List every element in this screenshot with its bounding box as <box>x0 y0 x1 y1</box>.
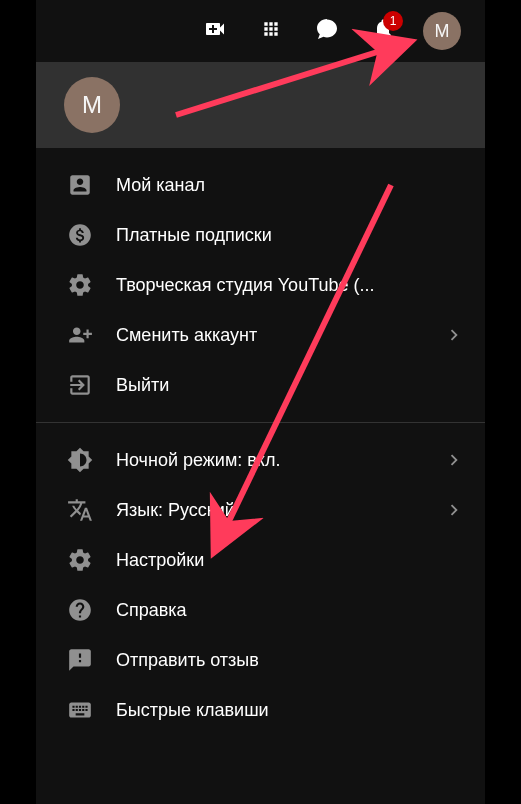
menu-label: Настройки <box>116 550 465 571</box>
menu-switch-account[interactable]: Сменить аккаунт <box>36 310 485 360</box>
menu-label: Выйти <box>116 375 465 396</box>
feedback-icon <box>66 646 94 674</box>
gear-icon <box>66 271 94 299</box>
menu-paid-subscriptions[interactable]: Платные подписки <box>36 210 485 260</box>
menu-shortcuts[interactable]: Быстрые клавиши <box>36 685 485 735</box>
chevron-right-icon <box>443 449 465 471</box>
menu-label: Быстрые клавиши <box>116 700 465 721</box>
menu-label: Платные подписки <box>116 225 465 246</box>
menu-youtube-studio[interactable]: Творческая студия YouTube (... <box>36 260 485 310</box>
menu-label: Язык: Русский <box>116 500 421 521</box>
menu-feedback[interactable]: Отправить отзыв <box>36 635 485 685</box>
apps-grid-icon <box>261 19 281 43</box>
chat-bubble-icon <box>315 17 339 45</box>
keyboard-icon <box>66 696 94 724</box>
create-video-button[interactable] <box>193 9 237 53</box>
messages-button[interactable] <box>305 9 349 53</box>
account-box-icon <box>66 171 94 199</box>
people-switch-icon <box>66 321 94 349</box>
menu-settings[interactable]: Настройки <box>36 535 485 585</box>
gear-icon <box>66 546 94 574</box>
menu-sign-out[interactable]: Выйти <box>36 360 485 410</box>
chevron-right-icon <box>443 499 465 521</box>
chevron-right-icon <box>443 324 465 346</box>
translate-icon <box>66 496 94 524</box>
brightness-icon <box>66 446 94 474</box>
avatar-button[interactable]: M <box>423 12 461 50</box>
menu-label: Мой канал <box>116 175 465 196</box>
dollar-circle-icon <box>66 221 94 249</box>
menu-dark-theme[interactable]: Ночной режим: вкл. <box>36 435 485 485</box>
menu-label: Ночной режим: вкл. <box>116 450 421 471</box>
menu-section-1: Мой канал Платные подписки Творческая ст… <box>36 148 485 422</box>
account-header: M <box>36 62 485 148</box>
avatar-initial: M <box>435 21 450 42</box>
menu-label: Сменить аккаунт <box>116 325 421 346</box>
menu-label: Справка <box>116 600 465 621</box>
avatar-initial: M <box>82 91 102 119</box>
menu-language[interactable]: Язык: Русский <box>36 485 485 535</box>
help-icon <box>66 596 94 624</box>
sign-out-icon <box>66 371 94 399</box>
apps-button[interactable] <box>249 9 293 53</box>
menu-section-2: Ночной режим: вкл. Язык: Русский Настрой… <box>36 423 485 747</box>
menu-label: Отправить отзыв <box>116 650 465 671</box>
menu-label: Творческая студия YouTube (... <box>116 275 465 296</box>
camera-plus-icon <box>203 17 227 45</box>
topbar: 1 M <box>36 0 485 62</box>
menu-my-channel[interactable]: Мой канал <box>36 160 485 210</box>
account-avatar: M <box>64 77 120 133</box>
notification-badge: 1 <box>383 11 403 31</box>
notifications-button[interactable]: 1 <box>361 9 405 53</box>
menu-help[interactable]: Справка <box>36 585 485 635</box>
